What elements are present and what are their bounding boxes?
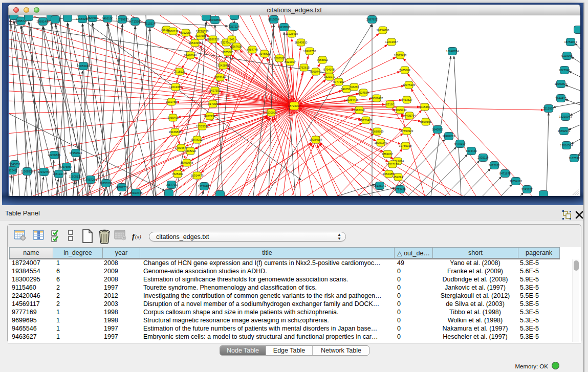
svg-text:18907249: 18907249 <box>374 141 387 144</box>
svg-text:3624554: 3624554 <box>358 91 369 94</box>
svg-text:15409948: 15409948 <box>180 161 193 164</box>
svg-text:19384554: 19384554 <box>309 138 322 141</box>
svg-text:12942757: 12942757 <box>37 170 50 173</box>
svg-text:4498222: 4498222 <box>185 149 196 152</box>
svg-text:9146821: 9146821 <box>259 52 270 55</box>
svg-text:19389213: 19389213 <box>442 135 455 138</box>
svg-text:19166825: 19166825 <box>168 130 181 134</box>
svg-text:20364436: 20364436 <box>345 98 358 101</box>
svg-text:12213967: 12213967 <box>385 40 398 43</box>
svg-text:(x): (x) <box>135 234 141 240</box>
svg-text:8322037: 8322037 <box>285 60 296 63</box>
svg-text:1527602: 1527602 <box>87 16 98 19</box>
svg-text:1588520: 1588520 <box>274 57 285 60</box>
svg-text:9242848: 9242848 <box>217 64 229 67</box>
svg-text:62160: 62160 <box>386 103 394 106</box>
svg-text:7357224: 7357224 <box>228 25 239 28</box>
svg-text:20053346: 20053346 <box>77 64 90 68</box>
svg-text:8471676: 8471676 <box>499 172 511 175</box>
svg-text:14495794: 14495794 <box>403 114 416 117</box>
svg-text:7515524: 7515524 <box>144 22 156 25</box>
svg-text:17654923: 17654923 <box>400 129 413 133</box>
svg-text:12505135: 12505135 <box>69 175 81 178</box>
svg-text:2718126: 2718126 <box>174 70 185 73</box>
svg-text:2367608: 2367608 <box>231 45 242 48</box>
svg-text:9327503: 9327503 <box>195 34 206 37</box>
svg-text:8960123: 8960123 <box>167 30 179 33</box>
svg-text:11568129: 11568129 <box>20 170 33 173</box>
svg-text:9115460: 9115460 <box>419 105 430 108</box>
svg-text:16713565: 16713565 <box>128 20 141 23</box>
svg-text:15751074: 15751074 <box>564 40 577 43</box>
svg-text:2530027: 2530027 <box>266 111 277 114</box>
svg-text:9657791: 9657791 <box>166 183 177 186</box>
svg-text:9227342: 9227342 <box>559 69 570 72</box>
svg-text:9474444: 9474444 <box>466 149 477 152</box>
svg-text:252214: 252214 <box>393 176 403 179</box>
svg-text:16961758: 16961758 <box>303 50 316 53</box>
svg-text:7986322: 7986322 <box>354 108 365 112</box>
svg-text:16782759: 16782759 <box>115 186 128 189</box>
svg-text:1244415: 1244415 <box>555 97 567 100</box>
svg-text:10756928: 10756928 <box>399 144 411 147</box>
svg-text:18724007: 18724007 <box>288 104 300 107</box>
svg-text:9975867: 9975867 <box>61 165 72 168</box>
svg-text:10025433: 10025433 <box>394 108 406 112</box>
svg-text:9427552: 9427552 <box>209 89 221 92</box>
svg-text:11325419: 11325419 <box>285 32 297 35</box>
svg-text:8813054: 8813054 <box>268 18 279 21</box>
svg-text:3875685: 3875685 <box>222 51 233 54</box>
svg-text:19218506: 19218506 <box>277 26 290 29</box>
svg-text:15720407: 15720407 <box>359 119 372 122</box>
svg-text:20206526: 20206526 <box>48 154 60 157</box>
svg-text:13716485: 13716485 <box>198 185 210 188</box>
svg-text:12093823: 12093823 <box>554 82 567 85</box>
svg-text:2687652: 2687652 <box>366 18 378 21</box>
svg-text:17359924: 17359924 <box>69 151 82 155</box>
svg-text:7625402: 7625402 <box>172 172 183 176</box>
svg-text:2803144: 2803144 <box>214 76 226 79</box>
svg-text:7632621: 7632621 <box>489 164 500 167</box>
svg-text:1167533: 1167533 <box>569 157 579 160</box>
svg-text:8267130: 8267130 <box>204 115 215 118</box>
svg-text:8454749: 8454749 <box>247 48 258 51</box>
svg-text:3915411: 3915411 <box>9 169 18 172</box>
svg-text:6479197: 6479197 <box>454 142 466 145</box>
svg-text:10719155: 10719155 <box>116 18 128 21</box>
svg-text:1965493: 1965493 <box>167 116 179 119</box>
svg-text:16640910: 16640910 <box>294 41 307 44</box>
svg-text:16154808: 16154808 <box>376 29 389 32</box>
svg-text:546: 546 <box>229 38 234 41</box>
svg-text:14136141: 14136141 <box>373 184 386 187</box>
svg-text:6899695: 6899695 <box>420 120 431 123</box>
svg-text:3215958: 3215958 <box>543 107 554 110</box>
svg-text:9884067: 9884067 <box>382 152 393 156</box>
svg-text:18186328: 18186328 <box>206 38 219 41</box>
svg-text:9329966: 9329966 <box>561 54 573 57</box>
svg-text:10515132: 10515132 <box>386 163 399 166</box>
svg-text:10973493: 10973493 <box>394 54 406 57</box>
svg-text:1010755: 1010755 <box>166 100 177 103</box>
svg-text:12353594: 12353594 <box>195 125 208 128</box>
svg-text:12213369: 12213369 <box>169 85 182 89</box>
svg-text:1733426: 1733426 <box>395 188 406 191</box>
svg-text:1640953: 1640953 <box>432 128 443 131</box>
svg-text:16033809: 16033809 <box>208 18 221 21</box>
svg-text:10958117: 10958117 <box>99 182 112 185</box>
svg-text:6466100: 6466100 <box>102 17 113 20</box>
svg-text:9794078: 9794078 <box>323 68 335 71</box>
svg-text:16543362: 16543362 <box>188 41 201 45</box>
svg-text:16914479: 16914479 <box>190 174 203 177</box>
svg-text:9245652: 9245652 <box>521 188 533 191</box>
svg-text:7485063: 7485063 <box>399 69 410 72</box>
svg-text:2935114: 2935114 <box>477 156 488 159</box>
svg-text:16648784: 16648784 <box>446 50 459 53</box>
svg-text:9990443: 9990443 <box>310 70 321 73</box>
svg-text:10807487: 10807487 <box>370 97 383 100</box>
svg-text:10688609: 10688609 <box>371 130 383 133</box>
svg-text:1621072: 1621072 <box>324 75 335 78</box>
svg-text:17957255: 17957255 <box>84 178 97 181</box>
svg-text:5878312: 5878312 <box>191 138 203 141</box>
svg-text:12975115: 12975115 <box>402 83 415 86</box>
svg-text:10654112: 10654112 <box>509 180 521 183</box>
